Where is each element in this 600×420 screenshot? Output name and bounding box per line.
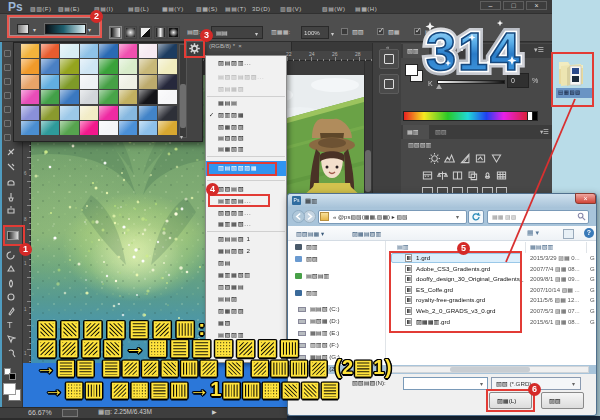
svg-text:314: 314 [426,21,522,76]
